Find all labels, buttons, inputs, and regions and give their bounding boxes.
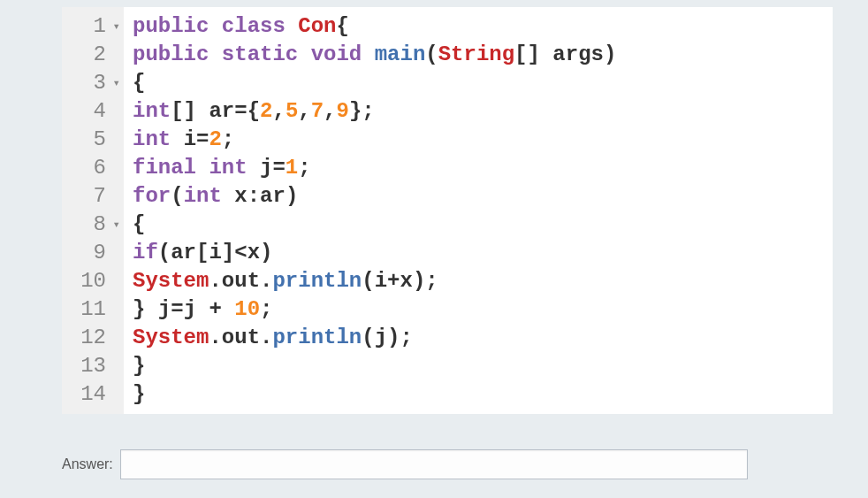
line-number: 1	[94, 12, 106, 41]
gutter: 1▾ 2 3▾ 4 5 6 7 8▾ 9 10 11 12 13 14	[62, 7, 124, 414]
gutter-line-11: 11	[69, 295, 120, 324]
code-line-2: public static void main(String[] args)	[133, 41, 616, 69]
line-number: 10	[80, 267, 106, 295]
code-line-7: for(int x:ar)	[133, 182, 616, 211]
gutter-line-7: 7	[69, 182, 120, 211]
code-line-8: {	[133, 211, 616, 239]
gutter-line-10: 10	[69, 267, 120, 295]
chevron-down-icon[interactable]: ▾	[110, 211, 120, 239]
line-number: 11	[80, 295, 106, 324]
line-number: 12	[80, 324, 106, 352]
chevron-down-icon[interactable]: ▾	[110, 69, 120, 97]
code-area: public class Con{ public static void mai…	[124, 7, 625, 414]
code-line-5: int i=2;	[133, 126, 616, 154]
line-number: 9	[94, 239, 106, 267]
code-line-10: System.out.println(i+x);	[133, 267, 616, 295]
gutter-line-1: 1▾	[69, 12, 120, 41]
code-line-9: if(ar[i]<x)	[133, 239, 616, 267]
answer-section: Answer:	[62, 449, 850, 479]
code-line-1: public class Con{	[133, 12, 616, 41]
line-number: 8	[94, 211, 106, 239]
line-number: 3	[94, 69, 106, 97]
line-number: 2	[94, 41, 106, 69]
gutter-line-2: 2	[69, 41, 120, 69]
code-line-14: }	[133, 380, 616, 409]
code-line-11: } j=j + 10;	[133, 295, 616, 324]
gutter-line-6: 6	[69, 154, 120, 182]
answer-input[interactable]	[120, 449, 748, 479]
gutter-line-8: 8▾	[69, 211, 120, 239]
gutter-line-13: 13	[69, 352, 120, 380]
answer-label: Answer:	[62, 456, 113, 472]
gutter-line-3: 3▾	[69, 69, 120, 97]
line-number: 4	[94, 97, 106, 126]
line-number: 7	[94, 182, 106, 211]
line-number: 14	[80, 380, 106, 409]
gutter-line-9: 9	[69, 239, 120, 267]
gutter-line-14: 14	[69, 380, 120, 409]
gutter-line-12: 12	[69, 324, 120, 352]
line-number: 13	[80, 352, 106, 380]
line-number: 6	[94, 154, 106, 182]
code-line-6: final int j=1;	[133, 154, 616, 182]
code-line-3: {	[133, 69, 616, 97]
gutter-line-4: 4	[69, 97, 120, 126]
code-line-4: int[] ar={2,5,7,9};	[133, 97, 616, 126]
chevron-down-icon[interactable]: ▾	[110, 12, 120, 41]
code-line-13: }	[133, 352, 616, 380]
code-line-12: System.out.println(j);	[133, 324, 616, 352]
gutter-line-5: 5	[69, 126, 120, 154]
line-number: 5	[94, 126, 106, 154]
code-container: 1▾ 2 3▾ 4 5 6 7 8▾ 9 10 11 12 13 14 publ…	[62, 7, 833, 414]
